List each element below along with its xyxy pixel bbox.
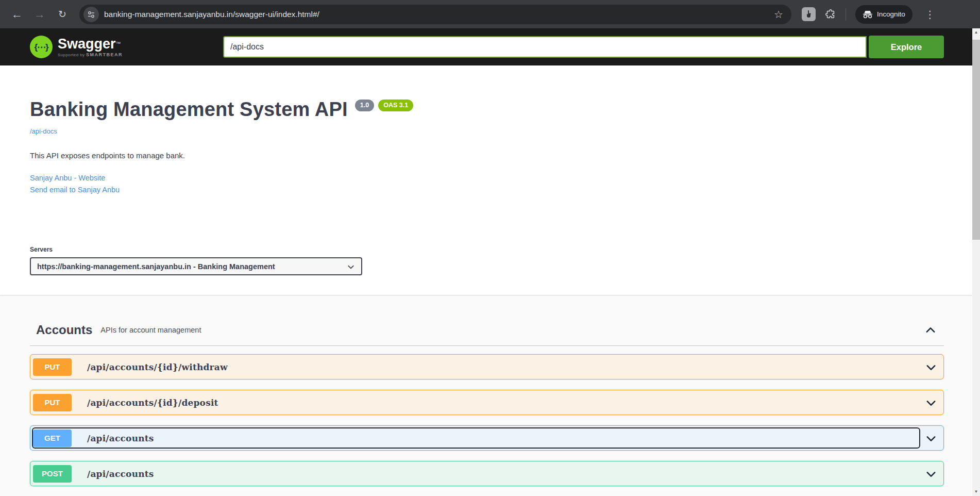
focus-ring: [32, 427, 920, 449]
brand-subtitle: Supported by SMARTBEAR: [58, 53, 123, 57]
servers-selected-value: https://banking-management.sanjayanbu.in…: [37, 262, 275, 271]
operation-row[interactable]: GET /api/accounts: [30, 425, 944, 451]
method-badge: PUT: [33, 358, 72, 376]
extension-icon[interactable]: [802, 7, 816, 21]
tag-accounts-header[interactable]: Accounts APIs for account management: [30, 315, 944, 346]
spec-link[interactable]: /api-docs: [30, 127, 57, 135]
scrollbar-down-arrow[interactable]: ▼: [972, 488, 980, 496]
api-description: This API exposes endpoints to manage ban…: [30, 151, 944, 160]
chevron-down-icon: [347, 263, 355, 271]
swagger-topbar: {⋯} Swagger™ Supported by SMARTBEAR Expl…: [0, 28, 980, 65]
scrollbar-up-arrow[interactable]: ▲: [972, 28, 980, 37]
scrollbar-thumb[interactable]: [972, 40, 980, 240]
operation-path: /api/accounts: [87, 433, 154, 443]
operation-path: /api/accounts/{id}/withdraw: [87, 362, 228, 372]
browser-toolbar: ← → ↻ banking-management.sanjayanbu.in/s…: [0, 0, 980, 28]
page-title: Banking Management System API: [30, 98, 348, 121]
bookmark-star-icon[interactable]: ☆: [772, 6, 785, 23]
contact-website-link[interactable]: Sanjay Anbu - Website: [30, 172, 944, 184]
operation-path: /api/accounts: [87, 469, 154, 479]
address-bar[interactable]: banking-management.sanjayanbu.in/swagger…: [79, 5, 791, 24]
servers-section: Servers https://banking-management.sanja…: [0, 225, 972, 295]
incognito-icon: [863, 10, 873, 19]
tag-description: APIs for account management: [100, 326, 201, 334]
menu-dots-icon[interactable]: ⋮: [921, 8, 939, 21]
site-info-icon[interactable]: [83, 7, 99, 22]
info-section: Banking Management System API 1.0 OAS 3.…: [0, 65, 972, 225]
method-badge: PUT: [33, 394, 72, 411]
swagger-logo: {⋯} Swagger™ Supported by SMARTBEAR: [30, 36, 123, 58]
chevron-down-icon[interactable]: [925, 468, 937, 481]
puzzle-icon[interactable]: [825, 9, 836, 20]
spec-url-input[interactable]: [223, 36, 867, 58]
operation-row[interactable]: PUT /api/accounts/{id}/deposit: [30, 390, 944, 415]
back-icon[interactable]: ←: [7, 5, 27, 24]
version-badge: 1.0: [355, 100, 374, 111]
operations-list: PUT /api/accounts/{id}/withdraw PUT /api…: [30, 354, 944, 486]
explore-form: Explore: [223, 36, 944, 58]
toolbar-divider: [846, 8, 846, 21]
incognito-badge: Incognito: [855, 5, 913, 24]
scrollbar[interactable]: ▲ ▼: [972, 28, 980, 496]
incognito-label: Incognito: [877, 10, 905, 18]
servers-select[interactable]: https://banking-management.sanjayanbu.in…: [30, 257, 362, 275]
oas-badge: OAS 3.1: [378, 100, 413, 111]
explore-button[interactable]: Explore: [869, 36, 944, 58]
operation-row[interactable]: POST /api/accounts: [30, 461, 944, 486]
operations-section: Accounts APIs for account management PUT…: [0, 315, 972, 496]
brand-tm: ™: [116, 40, 121, 46]
swagger-logo-icon: {⋯}: [30, 36, 53, 58]
chevron-up-icon[interactable]: [924, 324, 937, 336]
tag-name: Accounts: [36, 323, 92, 337]
contact-email-link[interactable]: Send email to Sanjay Anbu: [30, 184, 944, 196]
method-badge: GET: [33, 429, 72, 447]
url-text: banking-management.sanjayanbu.in/swagger…: [104, 10, 772, 19]
chevron-down-icon[interactable]: [925, 433, 937, 445]
servers-label: Servers: [30, 246, 944, 253]
chevron-down-icon[interactable]: [925, 397, 937, 409]
swagger-page: Banking Management System API 1.0 OAS 3.…: [0, 65, 972, 496]
reload-icon[interactable]: ↻: [53, 5, 72, 24]
operation-path: /api/accounts/{id}/deposit: [87, 398, 218, 408]
operation-row[interactable]: PUT /api/accounts/{id}/withdraw: [30, 354, 944, 379]
forward-icon[interactable]: →: [30, 5, 49, 24]
chevron-down-icon[interactable]: [925, 361, 937, 374]
method-badge: POST: [33, 465, 72, 483]
brand-name: Swagger: [58, 36, 116, 52]
